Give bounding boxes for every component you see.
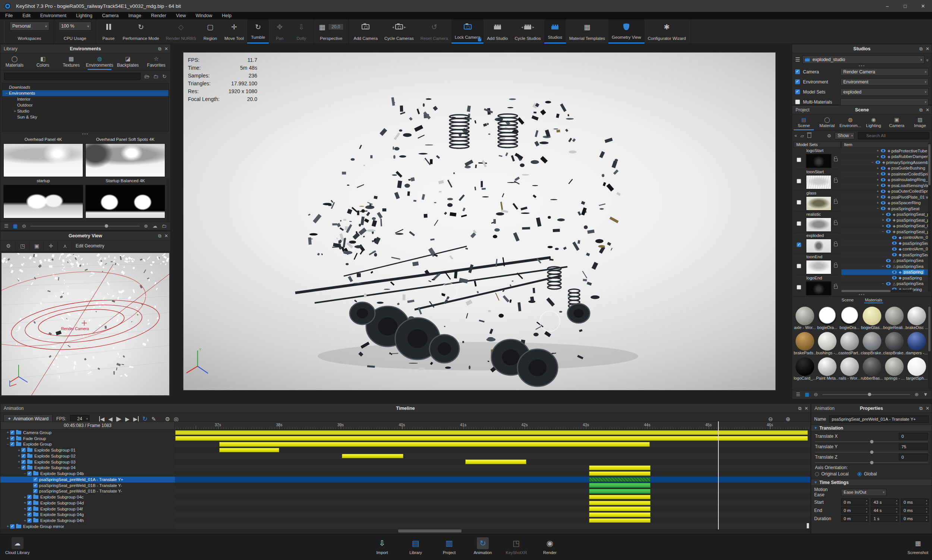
scene-tree-item[interactable]: − primarySpringAssembly: [841, 160, 929, 165]
thumbnail-size-slider[interactable]: [31, 226, 139, 226]
float-panel-icon[interactable]: ⧉: [798, 406, 801, 411]
environment-preview-image[interactable]: [3, 143, 83, 177]
toolbar-drag-handle[interactable]: [1, 21, 5, 42]
checkbox[interactable]: [795, 89, 800, 94]
translate-value-input[interactable]: 0: [899, 454, 928, 460]
material-sphere-thumbnail[interactable]: [818, 357, 836, 376]
animation-enabled-checkbox[interactable]: [21, 465, 26, 470]
scene-tree-item[interactable]: psaSpringSea: [841, 240, 929, 246]
float-panel-icon[interactable]: ⧉: [919, 46, 923, 51]
model-set-row[interactable]: logoStart: [794, 148, 841, 169]
toolbar-button[interactable]: Geometry View: [608, 19, 644, 44]
geometry-move-icon[interactable]: ✛: [45, 242, 58, 251]
scene-tree-item[interactable]: + psaGuideBushing: [841, 165, 929, 171]
filter-icon[interactable]: ▼: [923, 392, 928, 397]
environment-preview-image[interactable]: [85, 143, 165, 177]
collapse-all-icon[interactable]: «: [795, 133, 797, 138]
animation-enabled-checkbox[interactable]: [27, 471, 32, 476]
model-set-row[interactable]: toonEnd: [794, 254, 841, 275]
animation-bar[interactable]: [342, 454, 404, 458]
unlock-icon[interactable]: [834, 265, 838, 268]
studio-setting-dropdown[interactable]: Render Camera: [840, 68, 929, 75]
timeline-track-row[interactable]: [175, 523, 810, 529]
project-tab[interactable]: ▤ Scene: [792, 114, 815, 131]
menu-camera[interactable]: Camera: [102, 13, 119, 18]
toolbar-button[interactable]: ◇ Render NURBS: [163, 19, 199, 44]
radio-original-local[interactable]: Original Local: [815, 471, 849, 477]
toolbar-button[interactable]: ✥ Pan: [269, 19, 290, 44]
visibility-eye-icon[interactable]: [892, 253, 897, 256]
unlock-icon[interactable]: [834, 222, 838, 225]
material-sphere-thumbnail[interactable]: [840, 307, 859, 325]
timeline-track-row[interactable]: [175, 488, 810, 494]
scene-material-item[interactable]: bogieGlas...: [861, 307, 883, 331]
close-button[interactable]: ✕: [914, 0, 932, 12]
checkbox[interactable]: [795, 69, 800, 74]
close-icon[interactable]: ✕: [804, 406, 808, 411]
scene-material-item[interactable]: logoCard_...: [794, 357, 816, 382]
animation-bar[interactable]: [219, 442, 650, 447]
model-set-thumbnail[interactable]: [806, 218, 831, 232]
scene-tree-item[interactable]: psaSpringSea: [841, 252, 929, 258]
geometry-cube-icon[interactable]: ◳: [16, 242, 29, 251]
timeline-track-row[interactable]: [175, 453, 810, 459]
screenshot-button[interactable]: ▦ Screenshot: [907, 537, 928, 555]
visibility-eye-icon[interactable]: [881, 166, 886, 170]
library-tree-item[interactable]: Sun & Sky: [2, 114, 168, 120]
close-icon[interactable]: ✕: [165, 46, 168, 51]
milliseconds-spinner[interactable]: 0 ms: [901, 507, 929, 514]
animation-tree-row[interactable]: + Explode Subgroup 04g: [0, 512, 175, 518]
material-sphere-thumbnail[interactable]: [907, 332, 926, 351]
animation-bar[interactable]: [589, 489, 650, 494]
scene-tree-item[interactable]: + psaSpringSeat_0: [841, 223, 929, 229]
animation-bar[interactable]: [175, 436, 808, 441]
animation-tree-row[interactable]: + Explode Group mirror: [0, 523, 175, 529]
dock-button[interactable]: ▤ Library: [404, 537, 428, 555]
scene-tree-item[interactable]: controlArm_0: [841, 246, 929, 252]
visibility-eye-icon[interactable]: [892, 242, 897, 245]
menu-render[interactable]: Render: [151, 13, 166, 18]
close-icon[interactable]: ✕: [926, 406, 929, 411]
realtime-viewport[interactable]: Y FPS: 11.7 Time: 5m 48s Samples: 236 Tr…: [183, 52, 776, 391]
animation-enabled-checkbox[interactable]: [10, 524, 15, 529]
focus-playhead-icon[interactable]: ◎: [174, 416, 179, 422]
visibility-eye-icon[interactable]: [892, 271, 897, 274]
animation-tree-row[interactable]: + Explode Subgroup 01: [0, 447, 175, 453]
visibility-eye-icon[interactable]: [886, 218, 890, 222]
dock-button[interactable]: ▥ Project: [437, 537, 461, 555]
studio-setting-dropdown[interactable]: [840, 98, 929, 106]
model-set-thumbnail[interactable]: [806, 239, 831, 253]
timeline-settings-icon[interactable]: ⚙: [165, 416, 170, 422]
focal-length-value[interactable]: 20,0: [328, 23, 344, 30]
material-sphere-thumbnail[interactable]: [796, 332, 814, 351]
model-set-row[interactable]: realistic: [794, 212, 841, 233]
scene-material-item[interactable]: targetSph...: [906, 357, 928, 382]
animation-tree-row[interactable]: − Explode Subgroup 04b: [0, 471, 175, 477]
animation-tree-row[interactable]: psaSpringSeat_preWeld_01B - Translate Y-: [0, 483, 175, 488]
visibility-eye-icon[interactable]: [886, 265, 890, 268]
visibility-eye-icon[interactable]: [881, 155, 886, 158]
animation-tree-row[interactable]: + Explode Subgroup 02: [0, 453, 175, 459]
thumbnail-size-slider[interactable]: [823, 394, 910, 395]
translate-slider[interactable]: [815, 462, 928, 463]
timeline-track-row[interactable]: [175, 477, 810, 483]
model-set-checkbox[interactable]: [797, 285, 801, 289]
model-set-thumbnail[interactable]: [806, 260, 831, 274]
timeline-track-row[interactable]: [175, 512, 810, 518]
material-sphere-thumbnail[interactable]: [840, 332, 859, 351]
library-tab[interactable]: ▩ Textures: [57, 53, 85, 70]
visibility-eye-icon[interactable]: [892, 276, 897, 280]
dock-button[interactable]: ⇩ Import: [370, 537, 394, 555]
seconds-spinner[interactable]: 1 s: [871, 515, 898, 522]
skip-to-end-button[interactable]: ▶: [133, 416, 139, 422]
animation-tree-row[interactable]: + Fade Group: [0, 435, 175, 442]
scene-tree-hscrollbar[interactable]: [841, 289, 913, 292]
animation-bar[interactable]: [589, 471, 650, 476]
visibility-eye-icon[interactable]: [881, 195, 886, 198]
list-view-icon[interactable]: ☰: [796, 392, 800, 397]
playhead[interactable]: [718, 422, 719, 529]
unlock-icon[interactable]: [834, 158, 838, 162]
model-set-thumbnail[interactable]: [806, 196, 831, 211]
model-set-checkbox[interactable]: [797, 200, 801, 205]
visibility-eye-icon[interactable]: [892, 248, 897, 251]
